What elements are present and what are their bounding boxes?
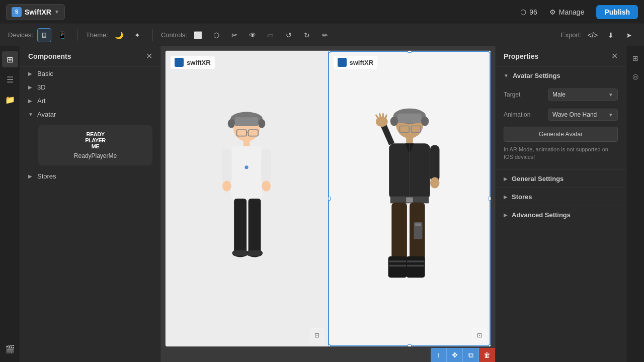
panel1-corner-btn[interactable]: ⊡ <box>310 328 324 342</box>
svg-rect-9 <box>231 146 262 200</box>
controls-label: Controls: <box>161 31 187 39</box>
rpm-line3: ME <box>85 143 106 149</box>
svg-point-6 <box>228 119 235 128</box>
ar-note: In AR Mode, animation is not supported o… <box>496 144 626 165</box>
avatar-settings-header[interactable]: ▼ Avatar Settings <box>496 67 626 84</box>
advanced-settings-header[interactable]: ▶ Advanced Settings <box>496 206 626 224</box>
logo-button[interactable]: S SwiftXR ▼ <box>6 4 65 20</box>
desktop-device-btn[interactable]: 🖥 <box>37 28 51 42</box>
share-btn[interactable]: ➤ <box>622 28 636 42</box>
manage-button[interactable]: ⚙ Manage <box>545 6 589 18</box>
folder-sidebar-btn[interactable]: 📁 <box>2 92 18 108</box>
stores-section: ▶ Stores <box>496 188 626 206</box>
handle-bot-left[interactable] <box>328 344 331 346</box>
art-arrow-icon <box>28 98 34 104</box>
credits-display: ⬡ 96 <box>520 8 537 16</box>
properties-close-btn[interactable]: ✕ <box>611 52 618 60</box>
svg-line-41 <box>385 115 386 118</box>
tree-item-3d[interactable]: 3D <box>20 80 160 94</box>
panel1-brand-icon <box>175 58 184 67</box>
target-select[interactable]: Male ▼ <box>548 88 618 101</box>
theme-label: Theme: <box>86 31 108 39</box>
tree-item-avatar[interactable]: Avatar <box>20 108 160 121</box>
dark-theme-btn[interactable]: 🌙 <box>112 28 126 42</box>
crop-btn[interactable]: ✂ <box>227 28 242 42</box>
ar-note-text: In AR Mode, animation is not supported o… <box>504 146 608 160</box>
code-export-btn[interactable]: </> <box>586 28 600 42</box>
move-btn[interactable]: ✥ <box>447 348 463 362</box>
animation-value: Wave One Hand <box>552 111 597 118</box>
panel2-corner-btn[interactable]: ⊡ <box>472 328 487 342</box>
handle-top-left[interactable] <box>328 51 331 53</box>
tree-item-basic[interactable]: Basic <box>20 67 160 80</box>
svg-rect-8 <box>244 140 250 146</box>
art-label: Art <box>37 97 152 105</box>
svg-rect-46 <box>406 256 425 278</box>
publish-button[interactable]: Publish <box>596 5 638 19</box>
rectangle-btn[interactable]: ▭ <box>264 28 278 42</box>
svg-point-12 <box>222 180 231 191</box>
svg-rect-45 <box>388 256 407 278</box>
stores-header[interactable]: ▶ Stores <box>496 188 626 206</box>
move-up-btn[interactable]: ↑ <box>431 348 447 362</box>
logo-icon: S <box>12 7 22 17</box>
tree-item-art[interactable]: Art <box>20 94 160 108</box>
general-settings-header[interactable]: ▶ General Settings <box>496 170 626 188</box>
generate-avatar-label: Generate Avatar <box>539 131 583 138</box>
panel2-brand-icon <box>338 58 347 67</box>
target-row: Target Male ▼ <box>496 84 626 105</box>
frame-btn[interactable]: ⬡ <box>209 28 223 42</box>
svg-rect-36 <box>430 145 440 182</box>
mobile-device-btn[interactable]: 📱 <box>55 28 69 42</box>
stores-label: Stores <box>37 172 152 180</box>
3d-arrow-icon <box>28 84 34 90</box>
select-btn[interactable]: ⬜ <box>191 28 205 42</box>
animation-select[interactable]: Wave One Hand ▼ <box>548 109 618 121</box>
rpm-logo: READY PLAYER ME <box>85 131 106 149</box>
avatar-settings-arrow: ▼ <box>504 73 509 78</box>
avatar-settings-title: Avatar Settings <box>513 72 560 79</box>
avatar-panel-female[interactable]: swiftXR <box>166 51 328 346</box>
rpm-line1: READY <box>85 131 106 137</box>
left-panel: Components ✕ Basic 3D Art Avatar READY P… <box>20 46 161 362</box>
svg-rect-20 <box>233 250 248 256</box>
sidebar-bottom: 🎬 <box>2 341 18 357</box>
handle-top-center[interactable] <box>408 51 412 53</box>
avatar-settings-section: ▼ Avatar Settings Target Male ▼ Animatio… <box>496 67 626 170</box>
undo-btn[interactable]: ↺ <box>282 28 296 42</box>
svg-rect-35 <box>406 197 413 202</box>
logo-label: SwiftXR <box>25 8 51 16</box>
tree-item-stores[interactable]: Stores <box>20 169 160 183</box>
light-theme-btn[interactable]: ✦ <box>130 28 144 42</box>
rpm-line2: PLAYER <box>85 137 106 143</box>
export-label: Export: <box>561 31 582 39</box>
redo-btn[interactable]: ↻ <box>300 28 314 42</box>
svg-line-39 <box>379 114 380 117</box>
download-btn[interactable]: ⬇ <box>604 28 618 42</box>
animation-label: Animation <box>504 111 544 118</box>
handle-bot-right[interactable] <box>489 344 491 346</box>
handle-mid-left[interactable] <box>328 197 331 201</box>
right-icon-btn-2[interactable]: ◎ <box>628 69 642 83</box>
handle-bot-center[interactable] <box>408 344 412 346</box>
delete-btn[interactable]: 🗑 <box>479 348 495 362</box>
general-settings-arrow: ▶ <box>504 176 508 182</box>
layers-sidebar-btn[interactable]: ☰ <box>2 71 18 87</box>
avatar-panel-male[interactable]: swiftXR <box>328 51 491 346</box>
handle-top-right[interactable] <box>489 51 491 53</box>
components-sidebar-btn[interactable]: ⊞ <box>2 51 18 67</box>
svg-rect-11 <box>262 148 272 184</box>
controls-group: Controls: ⬜ ⬡ ✂ 👁 ▭ ↺ ↻ ✏ <box>161 28 332 42</box>
components-close-btn[interactable]: ✕ <box>146 52 152 60</box>
eye-btn[interactable]: 👁 <box>246 28 260 42</box>
duplicate-btn[interactable]: ⧉ <box>463 348 479 362</box>
right-icon-bar: ⊞ ◎ <box>626 46 644 362</box>
svg-line-38 <box>376 115 377 118</box>
right-icon-btn-1[interactable]: ⊞ <box>628 51 642 65</box>
pen-btn[interactable]: ✏ <box>318 28 332 42</box>
advanced-settings-arrow: ▶ <box>504 212 508 218</box>
video-sidebar-btn[interactable]: 🎬 <box>2 341 18 357</box>
ready-player-me-card[interactable]: READY PLAYER ME ReadyPlayerMe <box>38 125 152 165</box>
handle-mid-right[interactable] <box>489 197 491 201</box>
generate-avatar-btn[interactable]: Generate Avatar <box>504 127 618 142</box>
